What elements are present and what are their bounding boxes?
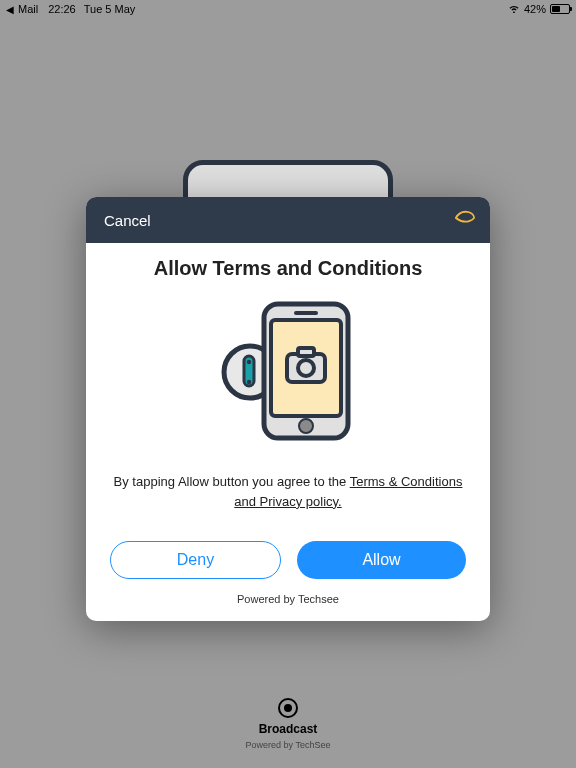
modal-title: Allow Terms and Conditions (110, 257, 466, 280)
phone-camera-illustration (208, 294, 368, 444)
svg-point-7 (299, 419, 313, 433)
svg-rect-9 (298, 348, 314, 356)
button-row: Deny Allow (110, 541, 466, 579)
powered-by-label: Powered by TechSee (246, 740, 331, 750)
battery-percent: 42% (524, 3, 546, 15)
modal-header: Cancel (86, 197, 490, 243)
status-bar: ◀ Mail 22:26 Tue 5 May 42% (0, 0, 576, 18)
status-date: Tue 5 May (84, 3, 136, 15)
allow-button[interactable]: Allow (297, 541, 466, 579)
chevron-left-icon: ◀ (6, 4, 14, 15)
battery-icon (550, 4, 570, 14)
cancel-button[interactable]: Cancel (104, 212, 151, 229)
status-time: 22:26 (48, 3, 76, 15)
deny-button[interactable]: Deny (110, 541, 281, 579)
agree-prefix: By tapping Allow button you agree to the (114, 474, 350, 489)
terms-modal: Cancel Allow Terms and Conditions (86, 197, 490, 621)
record-icon[interactable] (278, 698, 298, 718)
back-to-app[interactable]: ◀ Mail (6, 3, 38, 15)
svg-point-2 (247, 360, 251, 364)
back-app-label: Mail (18, 3, 38, 15)
wifi-icon (508, 3, 520, 15)
powered-by-modal: Powered by Techsee (110, 593, 466, 605)
broadcast-label: Broadcast (259, 722, 318, 736)
agree-text: By tapping Allow button you agree to the… (110, 472, 466, 511)
broadcast-area: Broadcast Powered by TechSee (0, 698, 576, 750)
eye-logo-icon (454, 209, 476, 231)
svg-rect-6 (294, 311, 318, 315)
svg-point-3 (247, 380, 251, 384)
